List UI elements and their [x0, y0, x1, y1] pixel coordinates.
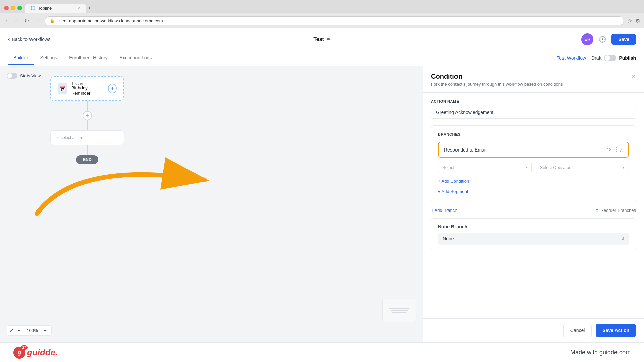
- back-link-label: Back to Workflows: [12, 37, 50, 42]
- branch-menu-button[interactable]: ⋮: [614, 146, 620, 153]
- workflow-canvas[interactable]: Stats View 📅 Trigger Birthday Reminder +…: [0, 66, 423, 342]
- add-trigger-button[interactable]: +: [108, 84, 117, 93]
- tab-settings[interactable]: Settings: [35, 51, 63, 65]
- draft-publish-toggle: Draft Publish: [591, 55, 636, 61]
- toggle-knob: [605, 55, 610, 61]
- new-tab-button[interactable]: +: [88, 5, 91, 11]
- stats-view-label: Stats View: [20, 73, 41, 78]
- reload-button[interactable]: ↻: [22, 16, 31, 25]
- zoom-out-button[interactable]: −: [42, 327, 48, 334]
- zoom-controls: ⤢ + 100% −: [7, 325, 52, 336]
- save-action-button[interactable]: Save Action: [596, 324, 636, 337]
- browser-tab[interactable]: 🌐 Topline ✕: [25, 4, 86, 13]
- nav-tabs-right: Test Workflow Draft Publish: [557, 55, 636, 61]
- close-traffic-light[interactable]: [4, 6, 9, 10]
- branches-header: BRANCHES: [438, 132, 629, 136]
- minimap-line-2: [391, 310, 408, 311]
- minimap-line-3: [392, 312, 406, 313]
- bookmark-icon[interactable]: ☆: [627, 18, 632, 24]
- branch-name-input[interactable]: [444, 147, 607, 153]
- avatar: ER: [581, 33, 593, 45]
- address-bar[interactable]: 🔒 client-app-automation-workflows.leadco…: [45, 16, 624, 25]
- url-text: client-app-automation-workflows.leadconn…: [57, 18, 163, 23]
- extensions-icon[interactable]: ⚙: [635, 18, 640, 24]
- branch-char-count: 18: [607, 147, 611, 152]
- forward-button[interactable]: ›: [13, 16, 19, 25]
- stats-view-toggle-switch[interactable]: [7, 73, 17, 79]
- tab-title: Topline: [38, 6, 52, 11]
- maximize-traffic-light[interactable]: [17, 6, 22, 10]
- condition-select[interactable]: Select ▾: [438, 162, 532, 173]
- draft-toggle[interactable]: [604, 55, 616, 61]
- branches-section: BRANCHES 18 ⋮ ∧ Select ▾ Select Operator: [431, 125, 636, 202]
- trigger-node[interactable]: 📅 Trigger Birthday Reminder +: [50, 76, 124, 101]
- tab-enrollment-history[interactable]: Enrollment History: [64, 51, 113, 65]
- trigger-icon: 📅: [58, 83, 67, 94]
- panel-close-button[interactable]: ✕: [631, 73, 636, 80]
- edit-title-icon[interactable]: ✏: [327, 37, 331, 42]
- guidde-badge: 27: [21, 345, 28, 350]
- trigger-name: Birthday Reminder: [71, 85, 104, 96]
- clock-icon[interactable]: 🕐: [599, 36, 606, 43]
- tab-builder[interactable]: Builder: [8, 51, 34, 65]
- reorder-branches-button[interactable]: ≡ Reorder Branches: [596, 208, 636, 213]
- home-button[interactable]: ⌂: [34, 16, 42, 25]
- stats-view-toggle: Stats View: [7, 73, 41, 79]
- branch-collapse-button[interactable]: ∧: [620, 147, 623, 153]
- select-action-node[interactable]: e select action: [50, 130, 124, 145]
- back-button[interactable]: ‹: [4, 16, 10, 25]
- minimap[interactable]: [382, 299, 416, 322]
- zoom-level: 100%: [24, 328, 40, 333]
- none-branch-title: None Branch: [438, 224, 629, 229]
- guidde-logo-area: g 27 guidde.: [13, 347, 58, 359]
- plus-connector: +: [83, 111, 92, 120]
- operator-select[interactable]: Select Operator ▾: [536, 162, 629, 173]
- select-placeholder: Select: [442, 165, 454, 170]
- test-workflow-button[interactable]: Test Workflow: [557, 55, 586, 61]
- select-action-label: e select action: [57, 135, 83, 140]
- browser-tab-bar: 🌐 Topline ✕ +: [0, 0, 644, 13]
- add-node-button[interactable]: +: [83, 111, 92, 120]
- branch-item: 18 ⋮ ∧: [438, 142, 629, 158]
- panel-header: Condition Fork the contact's journey thr…: [423, 66, 644, 93]
- action-name-input[interactable]: [431, 106, 636, 119]
- draft-label: Draft: [591, 55, 601, 61]
- guidde-logo-container: g 27: [13, 347, 25, 359]
- minimap-inner: [383, 299, 416, 322]
- save-button[interactable]: Save: [611, 34, 636, 45]
- cancel-button[interactable]: Cancel: [563, 324, 592, 337]
- header-right: ER 🕐 Save: [581, 33, 636, 45]
- guidde-footer: g 27 guidde. Made with guidde.com: [0, 342, 644, 362]
- panel-title: Condition: [431, 73, 563, 80]
- tab-execution-logs[interactable]: Execution Logs: [114, 51, 157, 65]
- connector-line-2: [87, 120, 88, 130]
- action-name-field: ACTION NAME: [431, 99, 636, 119]
- trigger-info: Trigger Birthday Reminder: [71, 81, 104, 96]
- reorder-icon: ≡: [596, 208, 599, 213]
- trigger-label: Trigger: [71, 81, 104, 85]
- chevron-down-icon: ▾: [525, 165, 527, 170]
- traffic-lights: [4, 6, 22, 10]
- action-name-label: ACTION NAME: [431, 99, 636, 103]
- publish-label: Publish: [619, 55, 636, 61]
- header-title: Test ✏: [313, 36, 331, 42]
- add-branch-button[interactable]: + Add Branch: [431, 208, 457, 213]
- guidde-logo-text: guidde.: [27, 347, 58, 358]
- arrow-annotation: [10, 126, 238, 220]
- condition-row: Select ▾ Select Operator ▾: [438, 162, 629, 173]
- add-segment-button[interactable]: + Add Segment: [438, 188, 468, 195]
- stats-toggle-knob: [7, 73, 12, 78]
- add-condition-button[interactable]: + Add Condition: [438, 177, 469, 185]
- minimize-traffic-light[interactable]: [11, 6, 15, 10]
- back-to-workflows-link[interactable]: ‹ Back to Workflows: [8, 36, 50, 42]
- browser-toolbar-right: ☆ ⚙: [627, 18, 640, 24]
- panel-body: ACTION NAME BRANCHES 18 ⋮ ∧ Select ▾: [423, 93, 644, 318]
- none-badge: None 4: [438, 233, 629, 245]
- reorder-label: Reorder Branches: [601, 208, 636, 213]
- workflow-nodes: 📅 Trigger Birthday Reminder + + e select…: [50, 76, 124, 164]
- nav-tabs: Builder Settings Enrollment History Exec…: [0, 50, 644, 66]
- expand-icon[interactable]: ⤢: [10, 328, 14, 333]
- minimap-lines: [389, 308, 409, 313]
- zoom-in-button[interactable]: +: [16, 327, 22, 334]
- panel-footer: Cancel Save Action: [423, 318, 644, 342]
